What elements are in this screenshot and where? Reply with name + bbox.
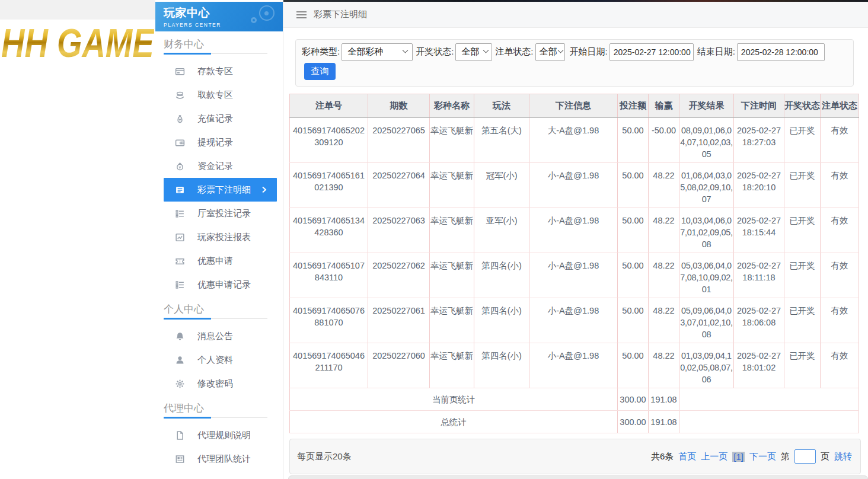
table-cell: 幸运飞艇新 xyxy=(430,343,474,388)
promo-list-icon xyxy=(175,280,185,290)
ticket-icon xyxy=(175,256,185,266)
bet-status-select[interactable]: 全部 xyxy=(535,43,565,61)
purse-icon xyxy=(175,161,185,171)
column-header: 玩法 xyxy=(474,94,529,118)
table-cell: 小-A盘@1.98 xyxy=(529,343,618,388)
sidebar-item[interactable]: 取款专区 xyxy=(164,83,277,107)
table-cell: 01,03,09,04,10,02,05,08,07,06 xyxy=(679,343,734,388)
summary-label: 总统计 xyxy=(290,411,618,433)
table-cell: 08,09,01,06,04,07,10,02,03,05 xyxy=(679,118,734,163)
table-cell: 小-A盘@1.98 xyxy=(529,298,618,343)
prev-page-link[interactable]: 上一页 xyxy=(701,451,727,462)
draw-status-select[interactable]: 全部 xyxy=(455,43,492,61)
table-cell: 已开奖 xyxy=(784,343,821,388)
search-button[interactable]: 查询 xyxy=(304,63,336,80)
sidebar-item[interactable]: 代理规则说明 xyxy=(164,423,277,447)
chevron-down-icon xyxy=(483,47,489,53)
sidebar-item-label: 优惠申请记录 xyxy=(197,279,251,290)
lottery-type-value: 全部彩种 xyxy=(347,46,383,58)
first-page-link[interactable]: 首页 xyxy=(678,451,696,462)
sidebar: 玩家中心 PLAYERS CENTER 财务中心存款专区取款专区充值记录提现记录… xyxy=(155,0,283,479)
sidebar-item[interactable]: 彩票下注明细 xyxy=(164,178,277,202)
sidebar-item[interactable]: 代理团队统计 xyxy=(164,447,277,471)
table-cell: 有效 xyxy=(821,298,859,343)
table-cell: 20250227063 xyxy=(368,208,430,253)
sidebar-header: 玩家中心 PLAYERS CENTER xyxy=(155,2,283,31)
table-cell: 幸运飞艇新 xyxy=(430,253,474,298)
column-header: 输赢 xyxy=(649,94,679,118)
menu-toggle-icon[interactable] xyxy=(296,9,307,20)
next-page-link[interactable]: 下一页 xyxy=(749,451,776,462)
lottery-type-label: 彩种类型: xyxy=(302,46,340,58)
sidebar-item[interactable]: 提现记录 xyxy=(164,130,277,154)
end-date-label: 结束日期: xyxy=(697,46,735,58)
bet-status-value: 全部 xyxy=(540,46,557,58)
table-cell: 小-A盘@1.98 xyxy=(529,253,618,298)
table-cell: 401569174065076881070 xyxy=(290,298,368,343)
table-cell: 已开奖 xyxy=(784,208,821,253)
table-cell: 401569174065107843110 xyxy=(290,253,368,298)
table-cell: 50.00 xyxy=(618,253,649,298)
table-cell: 401569174065046211170 xyxy=(290,343,368,388)
table-cell: 20250227061 xyxy=(368,298,430,343)
sidebar-item[interactable]: 充值记录 xyxy=(164,107,277,130)
table-cell: 冠军(小) xyxy=(474,163,529,208)
lottery-type-select[interactable]: 全部彩种 xyxy=(342,43,413,61)
table-row: 40156917406504621117020250227060幸运飞艇新第四名… xyxy=(290,343,859,388)
page-size-label: 每页显示20条 xyxy=(297,451,352,462)
sidebar-item-label: 彩票下注明细 xyxy=(197,184,251,196)
summary-row: 当前页统计300.00191.08 xyxy=(290,388,859,411)
sidebar-section-title: 财务中心 xyxy=(164,37,275,53)
sidebar-item-label: 提现记录 xyxy=(197,137,233,148)
table-cell: 2025-02-27 18:15:44 xyxy=(734,208,784,253)
document-icon xyxy=(175,430,185,440)
current-page: [1] xyxy=(732,452,745,462)
table-cell: 50.00 xyxy=(618,163,649,208)
lottery-bets-icon xyxy=(175,185,185,195)
column-header: 注单号 xyxy=(290,94,368,118)
bets-table: 注单号期数彩种名称玩法下注信息投注额输赢开奖结果下注时间开奖状态注单状态 401… xyxy=(289,94,859,433)
draw-status-value: 全部 xyxy=(461,46,479,58)
sidebar-item-label: 个人资料 xyxy=(197,355,233,366)
sidebar-item[interactable]: 修改密码 xyxy=(164,372,277,395)
start-date-input[interactable] xyxy=(609,43,694,61)
table-cell: 20250227064 xyxy=(368,163,430,208)
sidebar-item-label: 优惠申请 xyxy=(197,256,233,267)
table-cell: 48.22 xyxy=(649,298,679,343)
table-cell: 2025-02-27 18:11:18 xyxy=(734,253,784,298)
sidebar-item[interactable]: 消息公告 xyxy=(164,324,277,348)
table-cell: 50.00 xyxy=(618,298,649,343)
section-underline xyxy=(164,53,275,55)
table-cell: 幸运飞艇新 xyxy=(430,208,474,253)
table-cell: 大-A盘@1.98 xyxy=(529,118,618,163)
table-row: 40156917406507688107020250227061幸运飞艇新第四名… xyxy=(290,298,859,343)
table-cell: 第四名(小) xyxy=(474,298,529,343)
table-cell: 50.00 xyxy=(618,118,649,163)
column-header: 开奖状态 xyxy=(784,94,821,118)
end-date-input[interactable] xyxy=(737,43,825,61)
sidebar-item[interactable]: 存款专区 xyxy=(164,59,277,83)
table-cell: 幸运飞艇新 xyxy=(430,298,474,343)
deposit-card-icon xyxy=(175,66,185,76)
table-cell: 05,03,06,04,07,08,10,09,02,01 xyxy=(679,253,734,298)
sidebar-item[interactable]: 厅室投注记录 xyxy=(164,202,277,225)
sidebar-item[interactable]: 优惠申请记录 xyxy=(164,273,277,296)
sidebar-item-label: 存款专区 xyxy=(197,66,233,77)
chevron-down-icon xyxy=(557,47,563,53)
sidebar-item[interactable]: 资金记录 xyxy=(164,154,277,178)
sidebar-item-label: 充值记录 xyxy=(197,113,233,124)
sidebar-nav: 财务中心存款专区取款专区充值记录提现记录资金记录彩票下注明细厅室投注记录玩家投注… xyxy=(155,37,283,471)
summary-bet-total: 300.00 xyxy=(618,411,649,433)
table-cell: 有效 xyxy=(821,253,859,298)
table-cell: 401569174065202309120 xyxy=(290,118,368,163)
jump-button[interactable]: 跳转 xyxy=(834,451,852,462)
sidebar-item[interactable]: 优惠申请 xyxy=(164,249,277,273)
summary-row: 总统计300.00191.08 xyxy=(290,411,859,433)
table-cell: 48.22 xyxy=(649,343,679,388)
table-cell: 48.22 xyxy=(649,208,679,253)
jump-label-prefix: 第 xyxy=(781,451,790,462)
jump-page-input[interactable] xyxy=(794,449,816,464)
sidebar-item[interactable]: 玩家投注报表 xyxy=(164,225,277,249)
sidebar-item[interactable]: 个人资料 xyxy=(164,348,277,372)
pagination-bar: 每页显示20条 共6条 首页 上一页 [1] 下一页 第 页 跳转 xyxy=(289,439,861,474)
